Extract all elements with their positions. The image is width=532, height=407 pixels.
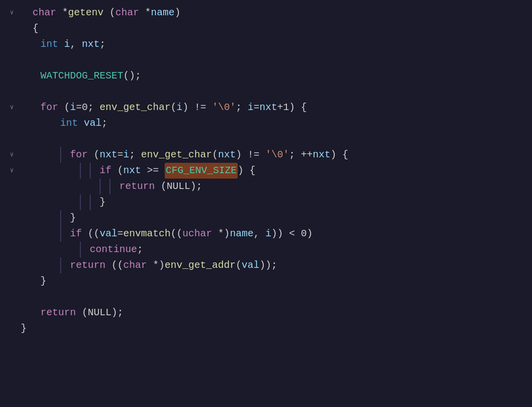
vertical-bar [109, 179, 110, 194]
token: continue [90, 242, 137, 258]
token: int [60, 115, 78, 131]
code-line: } [5, 194, 532, 210]
code-line: int i, nxt; [5, 37, 532, 52]
token: return [70, 258, 106, 273]
token: ; [137, 242, 143, 258]
code-line: return ((char *)env_get_addr(val)); [5, 258, 532, 273]
code-line: WATCHDOG_RESET(); [5, 68, 532, 84]
code-line: } [5, 210, 532, 226]
token: val [84, 115, 102, 131]
vertical-bar [60, 226, 61, 242]
token: if [100, 163, 111, 179]
code-line: int val; [5, 115, 532, 131]
code-line [5, 131, 532, 147]
token: char [115, 5, 139, 21]
vertical-bar [60, 258, 61, 273]
vertical-bar [80, 194, 81, 210]
token: ( [104, 5, 115, 21]
token: return [40, 305, 76, 321]
token: i [177, 100, 182, 115]
token: '\0' [212, 100, 236, 115]
fold-button[interactable]: ∨ [5, 103, 19, 113]
token: } [70, 210, 76, 226]
code-line [5, 52, 532, 68]
token: >= [141, 163, 165, 179]
token: name [230, 226, 253, 242]
token: i [123, 147, 129, 163]
vertical-bar [100, 179, 101, 194]
token: nxt [313, 147, 330, 163]
token: nxt [82, 37, 100, 52]
token: +1) { [277, 100, 307, 115]
token: '\0' [265, 147, 289, 163]
vertical-bar [90, 194, 91, 210]
vertical-bar [80, 242, 81, 258]
code-line: ∨ char *getenv (char *name) [5, 5, 532, 21]
token: ( [58, 100, 70, 115]
fold-button[interactable]: ∨ [5, 8, 19, 18]
fold-button[interactable]: ∨ [5, 166, 19, 176]
token: )); [259, 258, 277, 273]
token [78, 115, 84, 131]
token: } [21, 321, 27, 336]
code-editor: ∨ char *getenv (char *name) {int i, nxt;… [0, 0, 532, 407]
code-line: ∨if (nxt >= CFG_ENV_SIZE) { [5, 163, 532, 179]
token: ; [102, 115, 107, 131]
token: ( [236, 258, 242, 273]
token: (); [123, 68, 141, 84]
token: nxt [218, 147, 236, 163]
code-line: ∨for (nxt=i; env_get_char(nxt) != '\0'; … [5, 147, 532, 163]
code-line: } [5, 273, 532, 289]
token: (NULL); [76, 305, 123, 321]
token: CFG_ENV_SIZE [165, 163, 238, 179]
code-line: { [5, 21, 532, 37]
token: = [253, 100, 259, 115]
token: ; [236, 100, 248, 115]
token: name [151, 5, 175, 21]
token: ( [111, 163, 123, 179]
token: i [248, 100, 253, 115]
token: env_get_addr [165, 258, 236, 273]
token: i [64, 37, 70, 52]
token: ) { [330, 147, 348, 163]
code-lines: ∨ char *getenv (char *name) {int i, nxt;… [0, 5, 532, 402]
token: ; [129, 147, 141, 163]
token: env_get_char [141, 147, 212, 163]
token: ) [175, 5, 180, 21]
token: ; ++ [289, 147, 313, 163]
code-line: continue; [5, 242, 532, 258]
token: * [56, 5, 68, 21]
token: , [253, 226, 265, 242]
token: , [70, 37, 82, 52]
token: (( [106, 258, 123, 273]
token: ( [88, 147, 100, 163]
token: =0; [76, 100, 100, 115]
code-line [5, 289, 532, 305]
vertical-bar [80, 163, 81, 179]
token: ( [212, 147, 218, 163]
code-line: ∨for (i=0; env_get_char(i) != '\0'; i=nx… [5, 100, 532, 115]
token: char [33, 5, 56, 21]
token: (( [171, 226, 182, 242]
token: } [100, 194, 106, 210]
code-line: return (NULL); [5, 305, 532, 321]
token: nxt [259, 100, 277, 115]
token: ) != [236, 147, 265, 163]
token: uchar [182, 226, 212, 242]
fold-button[interactable]: ∨ [5, 150, 19, 160]
token: WATCHDOG_RESET [40, 68, 123, 84]
token: *) [147, 258, 165, 273]
token: ( [171, 100, 177, 115]
code-line: return (NULL); [5, 179, 532, 194]
token: env_get_char [100, 100, 171, 115]
vertical-bar [60, 210, 61, 226]
token: } [40, 273, 46, 289]
code-line: } [5, 321, 532, 336]
vertical-bar [60, 147, 61, 163]
code-line [5, 84, 532, 100]
token: envmatch [123, 226, 171, 242]
token: i [265, 226, 271, 242]
token [21, 5, 33, 21]
token: for [40, 100, 58, 115]
token: if [70, 226, 82, 242]
